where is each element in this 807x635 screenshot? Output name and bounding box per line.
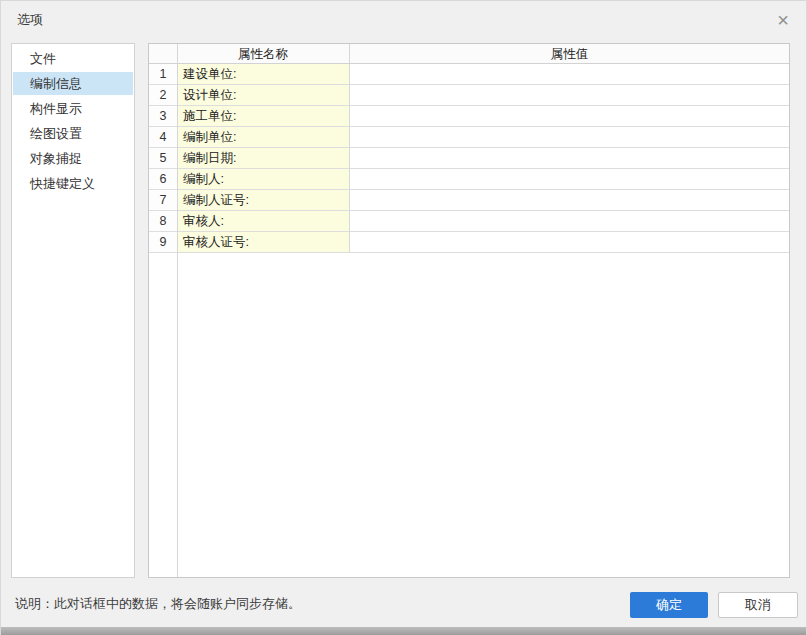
row-number-cell: 2 (149, 85, 177, 105)
property-name-cell: 编制人证号: (177, 190, 350, 210)
property-name-cell: 设计单位: (177, 85, 350, 105)
sidebar-item-compile-info[interactable]: 编制信息 (13, 72, 133, 95)
table-row: 5 编制日期: (149, 148, 789, 169)
window-bottom-edge (1, 627, 806, 635)
table-row: 3 施工单位: (149, 106, 789, 127)
sidebar-item-component-display[interactable]: 构件显示 (13, 97, 133, 120)
property-value-cell[interactable] (350, 232, 789, 252)
property-value-cell[interactable] (350, 211, 789, 231)
header-property-name: 属性名称 (177, 44, 350, 63)
sidebar-item-drawing-settings[interactable]: 绘图设置 (13, 122, 133, 145)
table-row: 2 设计单位: (149, 85, 789, 106)
table-row: 4 编制单位: (149, 127, 789, 148)
row-number-cell: 6 (149, 169, 177, 189)
footer-note: 说明：此对话框中的数据，将会随账户同步存储。 (15, 591, 301, 617)
property-name-cell: 编制日期: (177, 148, 350, 168)
property-name-cell: 审核人证号: (177, 232, 350, 252)
table-row: 9 审核人证号: (149, 232, 789, 253)
header-property-value: 属性值 (350, 44, 789, 63)
property-value-cell[interactable] (350, 127, 789, 147)
dialog-title: 选项 (17, 11, 43, 29)
property-name-cell: 施工单位: (177, 106, 350, 126)
sidebar-item-object-snap[interactable]: 对象捕捉 (13, 147, 133, 170)
property-name-cell: 审核人: (177, 211, 350, 231)
table-row: 6 编制人: (149, 169, 789, 190)
cancel-button[interactable]: 取消 (718, 592, 798, 618)
close-button[interactable]: × (770, 7, 796, 33)
ok-button[interactable]: 确定 (630, 592, 708, 618)
property-name-cell: 编制单位: (177, 127, 350, 147)
properties-panel: 属性名称 属性值 1 建设单位: 2 设计单位: 3 施工单位: 4 编制单位:… (148, 43, 790, 578)
table-header-row: 属性名称 属性值 (149, 44, 789, 64)
table-row: 8 审核人: (149, 211, 789, 232)
property-name-cell: 编制人: (177, 169, 350, 189)
property-value-cell[interactable] (350, 148, 789, 168)
sidebar: 文件 编制信息 构件显示 绘图设置 对象捕捉 快捷键定义 (11, 43, 135, 578)
row-number-cell: 5 (149, 148, 177, 168)
row-number-cell: 4 (149, 127, 177, 147)
options-dialog: 选项 × 文件 编制信息 构件显示 绘图设置 对象捕捉 快捷键定义 属性名称 属… (0, 0, 807, 635)
table-row: 1 建设单位: (149, 64, 789, 85)
property-value-cell[interactable] (350, 169, 789, 189)
table-row: 7 编制人证号: (149, 190, 789, 211)
property-value-cell[interactable] (350, 106, 789, 126)
row-number-cell: 9 (149, 232, 177, 252)
property-value-cell[interactable] (350, 64, 789, 84)
row-number-cell: 1 (149, 64, 177, 84)
row-header-divider (177, 44, 178, 577)
property-value-cell[interactable] (350, 190, 789, 210)
sidebar-item-shortcut-keys[interactable]: 快捷键定义 (13, 172, 133, 195)
row-number-cell: 3 (149, 106, 177, 126)
close-icon: × (777, 9, 789, 31)
property-name-cell: 建设单位: (177, 64, 350, 84)
sidebar-item-file[interactable]: 文件 (13, 47, 133, 70)
row-number-cell: 7 (149, 190, 177, 210)
property-value-cell[interactable] (350, 85, 789, 105)
row-number-cell: 8 (149, 211, 177, 231)
header-row-number (149, 44, 177, 63)
